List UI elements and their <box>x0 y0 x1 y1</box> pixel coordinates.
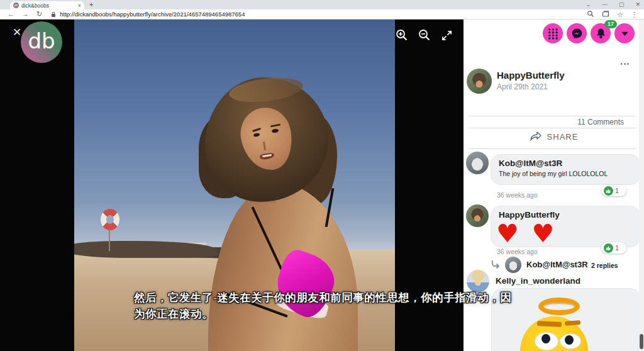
search-icon[interactable] <box>587 9 594 20</box>
photo-viewer: ✕ db <box>0 20 464 351</box>
apps-grid-button[interactable] <box>543 23 563 43</box>
comment-time: 36 weeks ago <box>497 191 538 199</box>
browser-tabstrip: db dick&boobs × + ⌄ — ▢ ✕ <box>0 0 644 9</box>
app-window: db dick&boobs × + ⌄ — ▢ ✕ ← → ↻ http://d… <box>0 0 644 351</box>
post-options-icon[interactable]: ••• <box>621 61 630 67</box>
notification-count-badge: 17 <box>604 20 617 28</box>
panel-scrollbar[interactable] <box>639 20 644 351</box>
commenter-avatar[interactable] <box>467 270 489 292</box>
comment-bubble: HappyButterfly ♥ ♥ <box>491 206 640 247</box>
post-date: April 29th 2021 <box>497 82 548 91</box>
emoji-pupil <box>565 335 574 345</box>
tab-close-icon[interactable]: × <box>78 3 81 9</box>
tab-title: dick&boobs <box>21 3 75 9</box>
messenger-icon <box>571 28 583 40</box>
beach-rocks <box>74 241 218 258</box>
comment-bubble: Kob@ltM@st3R The joy of being my girl LO… <box>491 154 640 185</box>
zoom-in-icon[interactable] <box>395 28 409 45</box>
commenter-name[interactable]: Kob@ltM@st3R <box>491 155 640 168</box>
bookmark-star-icon[interactable]: ☆ <box>617 10 623 19</box>
browser-urlbar: ← → ↻ http://dickandboobs/happybutterfly… <box>0 9 644 20</box>
commenter-name[interactable]: HappyButterfly <box>491 206 640 220</box>
lifebuoy-pole <box>109 230 110 251</box>
browser-tab[interactable]: db dick&boobs × <box>10 1 84 9</box>
url-field[interactable]: http://dickandboobs/happybutterfly/archi… <box>60 11 587 18</box>
grid-icon <box>548 28 558 40</box>
fullscreen-expand-icon[interactable] <box>441 30 453 44</box>
bell-icon <box>596 28 606 40</box>
comment-time: 36 weeks ago <box>497 248 538 255</box>
window-close-icon[interactable]: ✕ <box>635 0 640 9</box>
window-menu-icon[interactable]: ⌄ <box>586 0 591 9</box>
comments-panel: 17 ••• HappyButterfly April 29th 2021 11… <box>464 20 644 351</box>
caret-down-icon <box>621 31 629 36</box>
reply-author-avatar[interactable] <box>505 257 521 273</box>
emoji-pupil <box>541 334 550 343</box>
send-to-device-icon[interactable] <box>602 9 609 20</box>
comments-count[interactable]: 11 Comments <box>577 118 624 126</box>
lifebuoy-hole <box>106 215 114 224</box>
divider <box>469 128 636 128</box>
lock-icon <box>51 11 56 18</box>
new-tab-button[interactable]: + <box>89 1 93 8</box>
comment-bubble <box>491 288 641 351</box>
divider <box>469 148 636 149</box>
account-menu-button[interactable] <box>614 23 635 43</box>
share-button[interactable]: SHARE <box>464 131 644 142</box>
commenter-name[interactable]: Kelly_in_wonderland <box>496 276 580 286</box>
scrollbar-thumb[interactable] <box>640 334 643 349</box>
emoji-eyebrow <box>565 320 580 326</box>
thumbs-up-icon <box>604 243 613 253</box>
commenter-avatar[interactable] <box>466 152 489 174</box>
forward-icon[interactable]: → <box>22 9 29 19</box>
post-photo <box>74 20 395 351</box>
window-minimize-icon[interactable]: — <box>602 0 608 9</box>
close-viewer-icon[interactable]: ✕ <box>13 26 21 39</box>
reply-arrow-icon <box>491 259 501 272</box>
like-badge[interactable]: 1 <box>601 185 626 196</box>
page-content: ✕ db <box>0 20 644 351</box>
site-logo[interactable]: db <box>21 21 62 63</box>
messenger-button[interactable] <box>567 23 587 43</box>
replies-count[interactable]: 2 replies <box>591 262 618 269</box>
like-count: 1 <box>615 244 619 252</box>
post-author-name[interactable]: HappyButterfly <box>497 70 565 81</box>
browser-menu-icon[interactable]: ⋮ <box>631 10 638 19</box>
comment-text: The joy of being my girl LOLOLOLOL <box>491 168 640 181</box>
divider <box>469 116 636 116</box>
post-author-avatar[interactable] <box>467 69 492 94</box>
angel-halo <box>538 298 580 315</box>
like-count: 1 <box>615 187 619 194</box>
window-maximize-icon[interactable]: ▢ <box>619 0 625 9</box>
zoom-out-icon[interactable] <box>418 28 431 45</box>
share-arrow-icon <box>530 131 542 142</box>
like-badge[interactable]: 1 <box>601 242 626 254</box>
window-controls: ⌄ — ▢ ✕ <box>586 0 640 9</box>
share-label: SHARE <box>547 132 579 142</box>
site-favicon-icon: db <box>13 3 19 8</box>
thumbs-up-icon <box>604 186 613 196</box>
commenter-avatar[interactable] <box>466 204 489 227</box>
back-icon[interactable]: ← <box>8 9 14 19</box>
refresh-icon[interactable]: ↻ <box>36 9 42 19</box>
reply-author-name[interactable]: Kob@ltM@st3R <box>526 260 588 269</box>
